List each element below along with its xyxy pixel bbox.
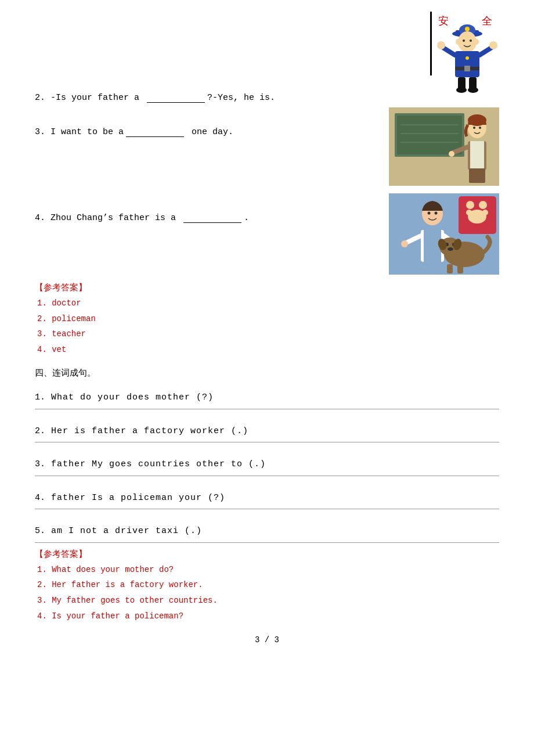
svg-rect-61 <box>457 264 463 273</box>
question-3-row: 3. I want to be a one day. <box>35 107 499 189</box>
svg-rect-25 <box>397 116 462 154</box>
question-3-text: 3. I want to be a one day. <box>35 107 383 137</box>
divider-2 <box>35 442 499 442</box>
svg-point-5 <box>465 27 470 31</box>
answer-3-item-4: 4. vet <box>37 342 499 358</box>
answer-4-item-3: 3. My father goes to other countries. <box>37 593 499 609</box>
svg-point-8 <box>470 39 472 42</box>
answer-4-item-2: 2. Her father is a factory worker. <box>37 577 499 593</box>
wo-question-2: 2. Her is father a factory worker (.) <box>35 420 499 441</box>
wo-words-4: father Is a policeman your (?) <box>51 491 499 506</box>
svg-point-46 <box>428 212 431 215</box>
svg-text:安: 安 <box>438 15 449 27</box>
wo-num-3: 3. <box>35 457 51 472</box>
page-content: 安 全 <box>35 12 499 645</box>
q4-text2: . <box>244 213 249 223</box>
answer-4-item-4: 4. Is your father a policeman? <box>37 609 499 624</box>
svg-text:全: 全 <box>482 15 492 27</box>
divider-5 <box>35 542 499 543</box>
wo-num-4: 4. <box>35 491 51 506</box>
divider-3 <box>35 476 499 476</box>
svg-point-32 <box>479 127 481 129</box>
svg-point-41 <box>479 201 487 209</box>
svg-point-6 <box>458 31 477 52</box>
svg-point-52 <box>401 240 408 247</box>
svg-point-31 <box>473 127 475 129</box>
answer-title-3: 【参考答案】 <box>35 282 499 293</box>
answer-section-3: 【参考答案】 1. doctor 2. policeman 3. teacher… <box>35 282 499 357</box>
q3-text: 3. I want to be a <box>35 127 124 137</box>
svg-point-21 <box>468 87 478 93</box>
page-number: 3 / 3 <box>35 635 499 645</box>
svg-point-7 <box>463 39 465 42</box>
wo-question-1: 1. What do your does mother (?) <box>35 387 499 408</box>
q2-text2: ?-Yes, he is. <box>207 93 275 103</box>
svg-point-22 <box>466 56 469 60</box>
svg-point-44 <box>482 210 488 215</box>
q4-blank <box>183 222 241 223</box>
wo-num-1: 1. <box>35 390 51 405</box>
svg-rect-34 <box>470 141 484 170</box>
svg-point-36 <box>449 151 454 157</box>
teacher-image-container <box>389 107 499 189</box>
svg-point-9 <box>456 39 460 45</box>
top-section: 安 全 <box>35 12 499 93</box>
answer-3-item-2: 2. policeman <box>37 311 499 327</box>
wo-words-5: am I not a driver taxi (.) <box>51 524 499 539</box>
answer-3-item-3: 3. teacher <box>37 326 499 342</box>
section-4-title: 四、连词成句。 <box>35 368 499 379</box>
answer-title-4: 【参考答案】 <box>35 549 499 560</box>
wo-words-1: What do your does mother (?) <box>51 390 499 405</box>
question-4-text: 4. Zhou Chang’s father is a . <box>35 193 383 223</box>
svg-point-47 <box>435 212 438 215</box>
svg-point-20 <box>456 87 467 93</box>
svg-point-16 <box>437 41 445 49</box>
wo-num-2: 2. <box>35 424 51 439</box>
divider-4 <box>35 509 499 509</box>
q2-text: 2. -Is your father a <box>35 93 145 103</box>
svg-point-57 <box>448 247 453 251</box>
vertical-bar <box>430 12 432 75</box>
q3-blank <box>126 136 184 137</box>
vet-icon <box>389 193 499 275</box>
question-2-row: 2. -Is your father a ?-Yes, he is. <box>35 93 499 103</box>
svg-rect-11 <box>455 51 479 77</box>
svg-point-43 <box>466 210 472 215</box>
top-right-image: 安 全 <box>430 12 499 93</box>
wo-num-5: 5. <box>35 524 51 539</box>
svg-rect-13 <box>464 66 470 71</box>
divider-1 <box>35 409 499 409</box>
vet-image-container <box>389 193 499 278</box>
answer-section-4: 【参考答案】 1. What does your mother do? 2. H… <box>35 549 499 624</box>
svg-point-40 <box>466 201 474 209</box>
policeman-icon: 安 全 <box>435 12 499 93</box>
wo-question-5: 5. am I not a driver taxi (.) <box>35 520 499 541</box>
wo-question-3: 3. father My goes countries other to (.) <box>35 453 499 474</box>
svg-point-17 <box>489 41 497 49</box>
answer-4-item-1: 1. What does your mother do? <box>37 562 499 578</box>
q4-text: 4. Zhou Chang’s father is a <box>35 213 181 223</box>
svg-rect-37 <box>469 168 485 183</box>
answer-3-item-1: 1. doctor <box>37 296 499 311</box>
word-order-block: 1. What do your does mother (?) 2. Her i… <box>35 387 499 543</box>
svg-rect-60 <box>447 264 453 273</box>
q2-blank <box>147 102 205 103</box>
wo-words-2: Her is father a factory worker (.) <box>51 424 499 439</box>
teacher-icon <box>389 107 499 186</box>
q3-text2: one day. <box>186 127 233 137</box>
wo-words-3: father My goes countries other to (.) <box>51 457 499 472</box>
wo-question-4: 4. father Is a policeman your (?) <box>35 487 499 508</box>
svg-point-10 <box>474 39 479 45</box>
question-2-text: 2. -Is your father a ?-Yes, he is. <box>35 93 499 103</box>
question-4-row: 4. Zhou Chang’s father is a . <box>35 193 499 278</box>
